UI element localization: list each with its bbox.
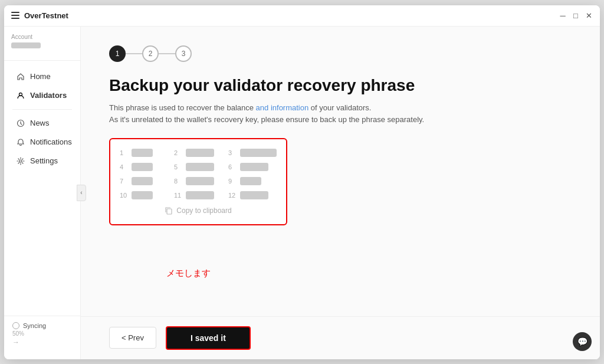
sidebar-divider — [4, 60, 80, 61]
phrase-word-3 — [240, 149, 277, 157]
phrase-item-2: 2 — [174, 149, 222, 157]
validators-icon — [16, 91, 25, 100]
close-button[interactable]: ✕ — [585, 11, 593, 19]
hamburger-menu-icon[interactable] — [11, 12, 19, 19]
main-content: 1 2 3 Backup your validator recovery phr… — [81, 27, 600, 359]
prev-button[interactable]: < Prev — [109, 327, 156, 349]
phrase-word-2 — [186, 149, 214, 157]
account-label: Account — [11, 34, 73, 40]
phrase-box: 1 2 3 — [109, 138, 287, 225]
phrase-word-1 — [132, 149, 153, 157]
sidebar-item-notifications-label: Notifications — [30, 137, 72, 146]
phrase-item-4: 4 — [120, 163, 168, 171]
phrase-item-12: 12 — [228, 191, 277, 199]
annotation-text: メモします — [166, 268, 211, 279]
saved-button[interactable]: I saved it — [166, 326, 251, 350]
phrase-item-3: 3 — [228, 149, 277, 157]
phrase-grid: 1 2 3 — [120, 149, 277, 199]
copy-row[interactable]: Copy to clipboard — [120, 206, 277, 215]
notifications-icon — [16, 137, 25, 147]
phrase-word-10 — [132, 191, 153, 199]
desc-link[interactable]: and information — [256, 103, 309, 112]
phrase-word-4 — [132, 163, 153, 171]
account-section: Account — [4, 34, 80, 58]
sidebar-item-news-label: News — [30, 119, 50, 127]
phrase-item-5: 5 — [174, 163, 222, 171]
home-icon — [16, 72, 25, 81]
sidebar-item-home-label: Home — [30, 72, 51, 81]
app-title: OverTestnet — [24, 11, 68, 20]
phrase-item-11: 11 — [174, 191, 222, 199]
app-body: Account Home — [4, 27, 600, 359]
content-area: 1 2 3 Backup your validator recovery phr… — [81, 27, 600, 316]
phrase-item-8: 8 — [174, 177, 222, 185]
phrase-word-7 — [132, 177, 153, 185]
nav-divider — [12, 109, 72, 110]
copy-icon — [165, 206, 173, 215]
step-1: 1 — [109, 45, 126, 62]
phrase-word-8 — [186, 177, 214, 185]
phrase-item-9: 9 — [228, 177, 277, 185]
collapse-sidebar-button[interactable]: ‹ — [77, 185, 86, 201]
desc-line2: As it's unrelated to the wallet's recove… — [109, 115, 424, 124]
phrase-item-10: 10 — [120, 191, 168, 199]
svg-rect-3 — [167, 209, 172, 214]
sidebar: Account Home — [4, 27, 81, 359]
page-title: Backup your validator recovery phrase — [109, 76, 572, 95]
phrase-word-9 — [240, 177, 261, 185]
app-window: OverTestnet ─ □ ✕ Account — [4, 5, 600, 359]
phrase-section: 1 2 3 — [109, 138, 287, 232]
phrase-item-1: 1 — [120, 149, 168, 157]
chat-bubble-button[interactable]: 💬 — [573, 332, 592, 351]
phrase-item-7: 7 — [120, 177, 168, 185]
sync-arrow-icon: → — [12, 338, 72, 346]
sidebar-item-settings[interactable]: Settings — [8, 152, 77, 170]
step-line-2 — [159, 53, 175, 54]
phrase-word-5 — [186, 163, 214, 171]
phrase-item-6: 6 — [228, 163, 277, 171]
copy-label: Copy to clipboard — [176, 206, 231, 215]
title-bar-controls: ─ □ ✕ — [559, 11, 593, 19]
content-footer: < Prev I saved it — [81, 316, 600, 359]
sidebar-item-settings-label: Settings — [30, 156, 58, 165]
steps-row: 1 2 3 — [109, 45, 572, 62]
sidebar-item-home[interactable]: Home — [8, 68, 77, 86]
svg-point-2 — [19, 160, 22, 162]
settings-icon — [16, 156, 25, 166]
sidebar-item-validators[interactable]: Validators — [8, 87, 77, 104]
sync-circle-icon — [12, 322, 19, 329]
title-bar-left: OverTestnet — [11, 11, 68, 20]
sidebar-item-news[interactable]: News — [8, 114, 77, 132]
title-bar: OverTestnet ─ □ ✕ — [4, 5, 600, 27]
news-icon — [16, 119, 25, 128]
step-line-1 — [126, 53, 142, 54]
phrase-word-6 — [240, 163, 268, 171]
chat-icon: 💬 — [577, 337, 587, 346]
page-description: This phrase is used to recover the balan… — [109, 102, 572, 127]
phrase-word-12 — [240, 191, 268, 199]
step-3: 3 — [175, 45, 192, 62]
step-2: 2 — [142, 45, 159, 62]
sidebar-bottom: Syncing 50% → — [4, 316, 80, 352]
desc-line1: This phrase is used to recover the balan… — [109, 103, 371, 112]
sidebar-item-validators-label: Validators — [30, 91, 67, 100]
sync-status: Syncing — [12, 322, 72, 329]
sync-percent: 50% — [12, 330, 72, 337]
phrase-word-11 — [186, 191, 214, 199]
minimize-button[interactable]: ─ — [559, 11, 567, 19]
sidebar-item-notifications[interactable]: Notifications — [8, 133, 77, 151]
sidebar-nav: Home Validators — [4, 63, 80, 316]
maximize-button[interactable]: □ — [572, 11, 580, 19]
sync-label: Syncing — [23, 322, 46, 329]
account-bar — [11, 42, 41, 48]
